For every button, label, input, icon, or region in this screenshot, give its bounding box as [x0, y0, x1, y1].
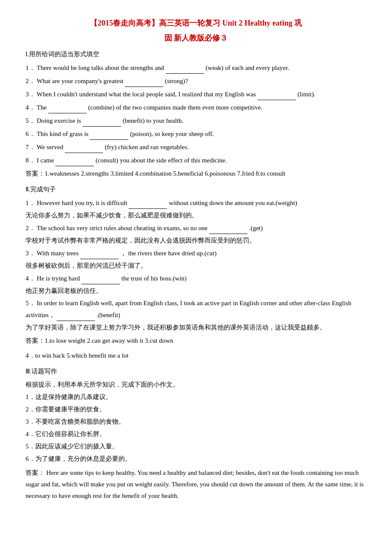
q7: 7． We served (fry) chicken and ran veget… — [26, 141, 366, 153]
q6: 6． This kind of grass is (poison), so ke… — [26, 128, 366, 140]
q3-text: When I couldn't understand what the loca… — [37, 91, 257, 98]
section1-answer: 答案：1.weaknesses 2.strengths 3.limited 4.… — [26, 168, 366, 179]
section3-prompt4: 4．它们会很容易让你长胖。 — [26, 428, 366, 440]
q5: 5． Doing exercise is (benefit) to your h… — [26, 115, 366, 127]
q5-hint: (benefit) to your health. — [123, 117, 183, 124]
q3-num: 3． — [26, 91, 35, 98]
section2: Ⅱ.完成句子 1． However hard you try, it is di… — [26, 184, 366, 361]
section2-answer2: 4．to win back 5.which benefit me a lot — [26, 350, 366, 361]
section3-answer: 答案： Here are some tips to keep healthy. … — [26, 467, 366, 502]
s2q1: 1． However hard you try, it is difficult… — [26, 197, 366, 221]
section3-prompt6: 6．为了健康，充分的休息是必要的。 — [26, 453, 366, 465]
section3-answer-text: Here are some tips to keep healthy. You … — [26, 469, 364, 499]
section3-intro: 根据提示，利用本单元所学知识，完成下面的小作文。 — [26, 379, 366, 390]
q8-blank — [55, 154, 94, 166]
section3-header: Ⅲ.话题写作 — [26, 366, 366, 377]
s2q1-blank — [129, 197, 167, 209]
s2q5-blank — [57, 309, 95, 321]
q6-hint: (poison), so keep your sheep off. — [130, 130, 214, 137]
q3-hint: (limit). — [297, 91, 315, 98]
q5-num: 5． — [26, 117, 35, 124]
s2q5-en: 5． In order to learn English well, apart… — [26, 298, 366, 321]
section2-header: Ⅱ.完成句子 — [26, 184, 366, 195]
q8-hint: (consult) you about the side effect of t… — [95, 157, 227, 164]
page-title: 【2015春走向高考】高三英语一轮复习 Unit 2 Healthy eatin… — [26, 17, 366, 44]
q6-num: 6． — [26, 130, 35, 137]
q1: 1． There would be long talks about the s… — [26, 62, 366, 74]
s2q3-cn: 很多树被砍倒后，那里的河流已经干涸了。 — [26, 260, 366, 272]
q4-blank — [48, 101, 86, 113]
q7-hint: (fry) chicken and ran vegetables. — [105, 144, 189, 150]
q2-hint: (strong)? — [165, 78, 188, 84]
q4-text: The — [37, 104, 48, 111]
section3-answer-label: 答案： — [26, 469, 45, 476]
section1: Ⅰ.用所给词的适当形式填空 1． There would be long tal… — [26, 49, 366, 179]
q8: 8． I came (consult) you about the side e… — [26, 154, 366, 166]
q7-num: 7． — [26, 144, 35, 150]
q3: 3． When I couldn't understand what the l… — [26, 88, 366, 100]
s2q2-blank — [209, 222, 248, 234]
q6-blank — [90, 128, 128, 140]
s2q2: 2． The school has very strict rules abou… — [26, 222, 366, 246]
q4-hint: (combine) of the two companies made them… — [88, 104, 262, 111]
s2q3-en: 3． With many trees ， the rivers there ha… — [26, 247, 366, 259]
section1-header: Ⅰ.用所给词的适当形式填空 — [26, 49, 366, 60]
s2q4-en: 4． He is trying hard the trust of his bo… — [26, 272, 366, 284]
q2: 2． What are your company's greatest (str… — [26, 75, 366, 87]
s2q4-cn: 他正努力赢回老板的信任。 — [26, 285, 366, 297]
s2q1-en: 1． However hard you try, it is difficult… — [26, 197, 366, 209]
q1-text: There would be long talks about the stre… — [37, 64, 166, 71]
q4-num: 4． — [26, 104, 35, 111]
section3-prompt1: 1．这是保持健康的几条建议。 — [26, 391, 366, 403]
title-line2: 固 新人教版必修３ — [26, 32, 366, 44]
s2q5: 5． In order to learn English well, apart… — [26, 298, 366, 333]
s2q5-cn: 为了学好英语，除了在课堂上努力学习外，我还积极参加英语角和其他的课外英语活动，这… — [26, 322, 366, 333]
q2-blank — [125, 75, 163, 87]
section3-prompt3: 3．不要吃富含糖类和脂肪的食物。 — [26, 416, 366, 428]
q5-text: Doing exercise is — [37, 117, 83, 124]
section2-answer1: 答案：1.to lose weight 2.can get away with … — [26, 335, 366, 347]
q5-blank — [83, 115, 121, 127]
s2q3-blank — [80, 247, 118, 259]
s2q4: 4． He is trying hard the trust of his bo… — [26, 272, 366, 297]
q1-hint: (weak) of each and every player. — [206, 64, 289, 71]
q2-num: 2． — [26, 78, 35, 84]
section3-prompt2: 2．你需要健康平衡的饮食。 — [26, 404, 366, 415]
q8-num: 8． — [26, 157, 35, 164]
s2q2-cn: 学校对于考试作弊有非常严格的规定，因此没有人会逃脱因作弊而应受到的惩罚。 — [26, 235, 366, 246]
s2q2-en: 2． The school has very strict rules abou… — [26, 222, 366, 234]
q2-text: What are your company's greatest — [37, 78, 125, 84]
q4: 4． The (combine) of the two companies ma… — [26, 101, 366, 113]
q1-num: 1． — [26, 64, 35, 71]
q7-blank — [65, 141, 103, 153]
s2q1-cn: 无论你多么努力，如果不减少饮食，那么减肥是很难做到的。 — [26, 210, 366, 221]
section3: Ⅲ.话题写作 根据提示，利用本单元所学知识，完成下面的小作文。 1．这是保持健康… — [26, 366, 366, 502]
q1-blank — [166, 62, 204, 74]
q3-blank — [257, 88, 296, 100]
q6-text: This kind of grass is — [37, 130, 90, 137]
q7-text: We served — [37, 144, 65, 150]
s2q3: 3． With many trees ， the rivers there ha… — [26, 247, 366, 272]
s2q4-blank — [81, 272, 120, 284]
q8-text: I came — [37, 157, 55, 164]
title-line1: 【2015春走向高考】高三英语一轮复习 Unit 2 Healthy eatin… — [26, 17, 366, 29]
section3-prompt5: 5．因此应该减少它们的摄入量。 — [26, 441, 366, 452]
